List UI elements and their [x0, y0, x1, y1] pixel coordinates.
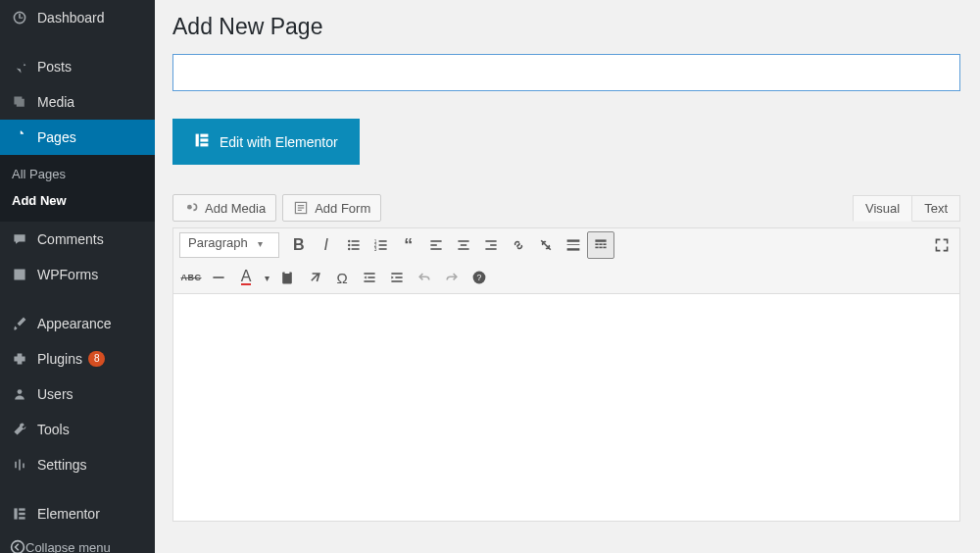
sidebar-item-settings[interactable]: Settings — [0, 447, 155, 482]
help-button[interactable]: ? — [466, 264, 493, 291]
settings-icon — [10, 455, 29, 475]
svg-point-0 — [18, 389, 23, 394]
svg-rect-8 — [200, 138, 208, 141]
link-button[interactable] — [505, 231, 532, 259]
sidebar-item-label: Plugins — [37, 351, 82, 367]
undo-button[interactable] — [411, 264, 438, 291]
paste-text-button[interactable] — [273, 264, 301, 291]
post-title-input[interactable] — [172, 54, 960, 91]
svg-rect-37 — [566, 244, 579, 245]
svg-rect-29 — [430, 248, 441, 250]
edit-with-elementor-button[interactable]: Edit with Elementor — [172, 119, 360, 165]
sidebar-item-appearance[interactable]: Appearance — [0, 306, 155, 341]
collapse-label: Collapse menu — [25, 540, 111, 554]
svg-rect-6 — [196, 134, 199, 147]
add-media-button[interactable]: Add Media — [172, 194, 276, 222]
form-icon — [293, 200, 309, 216]
italic-button[interactable]: I — [313, 231, 340, 259]
sidebar-item-pages[interactable]: Pages — [0, 120, 155, 155]
svg-rect-53 — [395, 276, 402, 278]
hr-button[interactable] — [205, 264, 232, 291]
bullet-list-button[interactable] — [340, 231, 368, 259]
svg-rect-22 — [378, 240, 386, 242]
tab-text[interactable]: Text — [912, 195, 960, 222]
svg-rect-26 — [378, 248, 386, 250]
toolbar-toggle-button[interactable] — [587, 231, 614, 259]
sidebar-item-wpforms[interactable]: WPForms — [0, 257, 155, 292]
special-char-button[interactable]: Ω — [328, 264, 356, 291]
sidebar-item-label: Dashboard — [37, 10, 105, 25]
unlink-button[interactable] — [532, 231, 560, 259]
sidebar-item-users[interactable]: Users — [0, 377, 155, 412]
svg-point-15 — [348, 240, 350, 242]
svg-rect-41 — [599, 243, 602, 245]
svg-rect-52 — [391, 273, 402, 275]
svg-text:3: 3 — [374, 247, 377, 252]
svg-rect-4 — [19, 517, 24, 519]
sidebar-item-label: Comments — [37, 231, 104, 247]
align-center-button[interactable] — [450, 231, 477, 259]
number-list-button[interactable]: 123 — [368, 231, 395, 259]
sidebar-item-posts[interactable]: Posts — [0, 49, 155, 84]
outdent-button[interactable] — [356, 264, 383, 291]
svg-text:?: ? — [477, 273, 482, 282]
elementor-button-label: Edit with Elementor — [220, 134, 338, 150]
sidebar-item-tools[interactable]: Tools — [0, 412, 155, 447]
sidebar-item-label: Media — [37, 94, 74, 110]
text-color-dropdown[interactable]: ▾ — [260, 264, 273, 291]
svg-point-19 — [348, 248, 350, 250]
editor-content-area[interactable] — [173, 294, 959, 520]
add-form-label: Add Form — [315, 201, 370, 216]
svg-rect-44 — [599, 247, 602, 249]
plugin-update-badge: 8 — [88, 351, 106, 367]
editor-container: Paragraph B I 123 “ AB — [172, 227, 960, 522]
align-left-button[interactable] — [422, 231, 450, 259]
svg-rect-32 — [458, 248, 468, 250]
svg-rect-3 — [19, 513, 24, 515]
svg-rect-33 — [485, 240, 496, 242]
submenu-all-pages[interactable]: All Pages — [0, 161, 155, 187]
sidebar-item-comments[interactable]: Comments — [0, 222, 155, 257]
svg-rect-24 — [378, 244, 386, 246]
strikethrough-button[interactable]: ABC — [177, 264, 205, 291]
svg-point-5 — [12, 541, 24, 553]
collapse-menu-button[interactable]: Collapse menu — [0, 531, 155, 553]
sidebar-item-plugins[interactable]: Plugins 8 — [0, 341, 155, 377]
format-select[interactable]: Paragraph — [179, 232, 279, 258]
redo-button[interactable] — [438, 264, 466, 291]
sidebar-item-label: Pages — [37, 129, 76, 145]
svg-rect-49 — [364, 273, 374, 275]
svg-rect-34 — [490, 244, 496, 246]
svg-rect-43 — [595, 247, 598, 249]
editor-toolbar: Paragraph B I 123 “ AB — [173, 228, 959, 294]
indent-button[interactable] — [383, 264, 411, 291]
svg-rect-35 — [485, 248, 496, 250]
tab-visual[interactable]: Visual — [853, 195, 912, 222]
wpforms-icon — [10, 265, 29, 284]
svg-rect-30 — [458, 240, 468, 242]
pages-icon — [10, 127, 29, 147]
sidebar-item-dashboard[interactable]: Dashboard — [0, 0, 155, 35]
bold-button[interactable]: B — [285, 231, 313, 259]
add-form-button[interactable]: Add Form — [282, 194, 381, 222]
comments-icon — [10, 229, 29, 249]
sidebar-item-label: Appearance — [37, 316, 112, 331]
text-color-button[interactable]: A — [232, 264, 260, 291]
read-more-button[interactable] — [560, 231, 587, 259]
svg-rect-40 — [595, 243, 598, 245]
svg-rect-2 — [19, 508, 24, 510]
blockquote-button[interactable]: “ — [395, 231, 422, 259]
svg-rect-31 — [461, 244, 466, 246]
format-select-label: Paragraph — [188, 235, 248, 250]
sidebar-item-elementor[interactable]: Elementor — [0, 496, 155, 531]
media-icon — [10, 92, 29, 112]
fullscreen-button[interactable] — [928, 231, 956, 259]
clear-format-button[interactable] — [301, 264, 328, 291]
user-icon — [10, 384, 29, 404]
wrench-icon — [10, 420, 29, 439]
submenu-add-new[interactable]: Add New — [0, 187, 155, 214]
align-right-button[interactable] — [477, 231, 505, 259]
svg-point-10 — [187, 205, 192, 210]
svg-rect-20 — [351, 248, 359, 250]
sidebar-item-media[interactable]: Media — [0, 84, 155, 120]
